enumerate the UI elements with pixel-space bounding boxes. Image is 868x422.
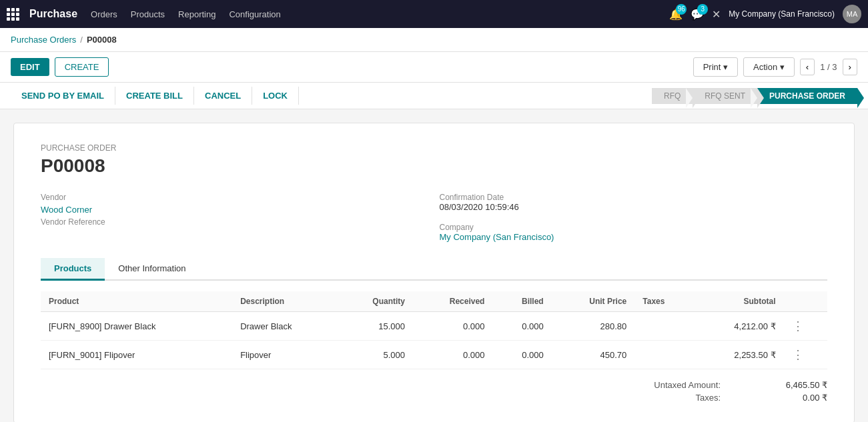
po-number: P00008 bbox=[41, 155, 827, 177]
company-value[interactable]: My Company (San Francisco) bbox=[440, 232, 554, 242]
messages-count: 3 bbox=[697, 4, 708, 15]
untaxed-value: 6,465.50 ₹ bbox=[747, 380, 827, 390]
notifications-bell[interactable]: 🔔 96 bbox=[669, 8, 683, 21]
confirmation-date-label: Confirmation Date bbox=[440, 193, 519, 202]
po-fields: Vendor Wood Corner Vendor Reference Conf… bbox=[41, 193, 827, 242]
next-page-button[interactable]: › bbox=[843, 59, 857, 75]
nav-links: Orders Products Reporting Configuration bbox=[91, 9, 663, 19]
page-indicator: 1 / 3 bbox=[820, 62, 837, 72]
breadcrumb-current: P00008 bbox=[87, 35, 117, 45]
vendor-value[interactable]: Wood Corner bbox=[41, 205, 429, 215]
tab-products[interactable]: Products bbox=[41, 258, 105, 281]
status-pipeline: RFQ RFQ SENT PURCHASE ORDER bbox=[652, 88, 857, 104]
totals-section: Untaxed Amount: 6,465.50 ₹ Taxes: 0.00 ₹ bbox=[41, 380, 827, 403]
notifications-count: 96 bbox=[676, 4, 687, 15]
company-label: Company bbox=[440, 223, 554, 232]
row2-menu[interactable]: ⋮ bbox=[784, 341, 827, 369]
col-taxes: Taxes bbox=[634, 291, 694, 312]
cancel-button[interactable]: CANCEL bbox=[194, 87, 252, 105]
products-table: Product Description Quantity Received Bi… bbox=[41, 291, 827, 369]
row1-menu[interactable]: ⋮ bbox=[784, 312, 827, 341]
nav-orders[interactable]: Orders bbox=[91, 9, 117, 19]
col-received: Received bbox=[413, 291, 492, 312]
po-card: Purchase Order P00008 Vendor Wood Corner… bbox=[13, 123, 855, 422]
row2-billed: 0.000 bbox=[492, 341, 551, 369]
col-actions bbox=[784, 291, 827, 312]
row1-unit-price: 280.80 bbox=[552, 312, 635, 341]
company-selector[interactable]: My Company (San Francisco) bbox=[729, 9, 835, 19]
app-grid-icon[interactable] bbox=[7, 8, 19, 21]
vendor-ref-label: Vendor Reference bbox=[41, 217, 429, 227]
col-billed: Billed bbox=[492, 291, 551, 312]
row2-unit-price: 450.70 bbox=[552, 341, 635, 369]
col-subtotal: Subtotal bbox=[694, 291, 783, 312]
send-po-email-button[interactable]: SEND PO BY EMAIL bbox=[11, 87, 115, 105]
row1-description: Drawer Black bbox=[232, 312, 338, 341]
messages-icon[interactable]: 💬 3 bbox=[691, 8, 704, 21]
col-unit-price: Unit Price bbox=[552, 291, 635, 312]
create-button[interactable]: CREATE bbox=[55, 57, 109, 77]
untaxed-amount-row: Untaxed Amount: 6,465.50 ₹ bbox=[654, 380, 827, 390]
row1-quantity: 15.000 bbox=[338, 312, 413, 341]
main-content: Purchase Order P00008 Vendor Wood Corner… bbox=[0, 109, 868, 422]
action-button[interactable]: Action ▾ bbox=[743, 57, 795, 77]
pipeline-step-rfq-sent[interactable]: RFQ SENT bbox=[693, 88, 757, 104]
col-quantity: Quantity bbox=[338, 291, 413, 312]
col-product: Product bbox=[41, 291, 232, 312]
tabs: Products Other Information bbox=[41, 258, 827, 281]
row1-subtotal: 4,212.00 ₹ bbox=[694, 312, 783, 341]
dates-field: Confirmation Date 08/03/2020 10:59:46 Co… bbox=[440, 193, 828, 242]
edit-button[interactable]: EDIT bbox=[11, 58, 49, 76]
table-row: [FURN_9001] Flipover Flipover 5.000 0.00… bbox=[41, 341, 827, 369]
row1-billed: 0.000 bbox=[492, 312, 551, 341]
pagination: ‹ 1 / 3 › bbox=[800, 59, 857, 75]
nav-products[interactable]: Products bbox=[131, 9, 165, 19]
row1-received: 0.000 bbox=[413, 312, 492, 341]
table-row: [FURN_8900] Drawer Black Drawer Black 15… bbox=[41, 312, 827, 341]
nav-configuration[interactable]: Configuration bbox=[229, 9, 280, 19]
row2-quantity: 5.000 bbox=[338, 341, 413, 369]
close-icon[interactable]: ✕ bbox=[712, 8, 721, 21]
col-description: Description bbox=[232, 291, 338, 312]
print-button[interactable]: Print ▾ bbox=[693, 57, 738, 77]
breadcrumb-parent[interactable]: Purchase Orders bbox=[11, 35, 76, 45]
taxes-value: 0.00 ₹ bbox=[747, 393, 827, 403]
pipeline-step-purchase-order[interactable]: PURCHASE ORDER bbox=[757, 88, 857, 104]
top-navigation: Purchase Orders Products Reporting Confi… bbox=[0, 0, 868, 28]
breadcrumb-separator: / bbox=[80, 35, 83, 45]
table-header-row: Product Description Quantity Received Bi… bbox=[41, 291, 827, 312]
vendor-field: Vendor Wood Corner Vendor Reference bbox=[41, 193, 429, 242]
row2-received: 0.000 bbox=[413, 341, 492, 369]
row2-product: [FURN_9001] Flipover bbox=[41, 341, 232, 369]
lock-button[interactable]: LOCK bbox=[252, 87, 299, 105]
row2-subtotal: 2,253.50 ₹ bbox=[694, 341, 783, 369]
avatar[interactable]: MA bbox=[843, 5, 861, 23]
row2-taxes bbox=[634, 341, 694, 369]
row1-product: [FURN_8900] Drawer Black bbox=[41, 312, 232, 341]
taxes-label: Taxes: bbox=[695, 393, 721, 403]
prev-page-button[interactable]: ‹ bbox=[800, 59, 815, 75]
topnav-right: 🔔 96 💬 3 ✕ My Company (San Francisco) MA bbox=[669, 5, 861, 23]
po-label: Purchase Order bbox=[41, 143, 827, 153]
nav-reporting[interactable]: Reporting bbox=[178, 9, 215, 19]
taxes-row: Taxes: 0.00 ₹ bbox=[695, 393, 827, 403]
tab-other-info[interactable]: Other Information bbox=[105, 258, 199, 281]
action-bar: SEND PO BY EMAIL CREATE BILL CANCEL LOCK… bbox=[0, 83, 868, 109]
row2-description: Flipover bbox=[232, 341, 338, 369]
untaxed-label: Untaxed Amount: bbox=[654, 380, 721, 390]
breadcrumb: Purchase Orders / P00008 bbox=[0, 28, 868, 52]
row1-taxes bbox=[634, 312, 694, 341]
confirmation-date-value: 08/03/2020 10:59:46 bbox=[440, 202, 519, 212]
toolbar: EDIT CREATE Print ▾ Action ▾ ‹ 1 / 3 › bbox=[0, 52, 868, 83]
create-bill-button[interactable]: CREATE BILL bbox=[115, 87, 194, 105]
app-title: Purchase bbox=[29, 8, 77, 20]
vendor-label: Vendor bbox=[41, 193, 429, 202]
